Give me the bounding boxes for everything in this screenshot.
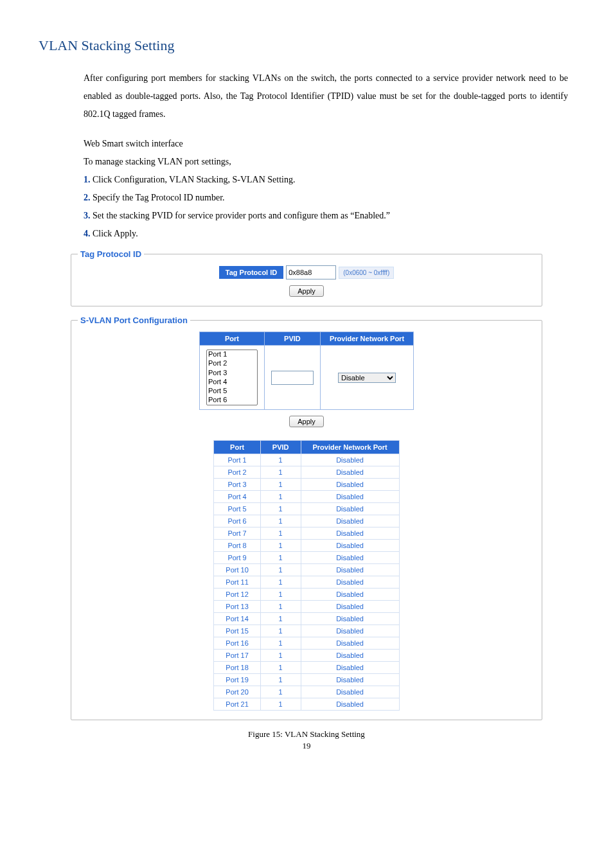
step-line: 3. Set the stacking PVID for service pro… bbox=[84, 207, 574, 225]
port-listbox[interactable]: Port 1Port 2Port 3Port 4Port 5Port 6 bbox=[206, 350, 258, 405]
port-option[interactable]: Port 2 bbox=[207, 359, 257, 368]
status-cell-pvid: 1 bbox=[260, 686, 301, 698]
status-cell-pvid: 1 bbox=[260, 698, 301, 711]
status-cell-pvid: 1 bbox=[260, 576, 301, 589]
status-cell-pnp: Disabled bbox=[301, 552, 399, 564]
step-text: Specify the Tag Protocol ID number. bbox=[91, 193, 225, 202]
status-cell-pnp: Disabled bbox=[301, 576, 399, 589]
status-cell-pnp: Disabled bbox=[301, 564, 399, 576]
status-cell-pnp: Disabled bbox=[301, 503, 399, 515]
figure-caption: Figure 15: VLAN Stacking Setting bbox=[39, 729, 574, 740]
table-row: Port 91Disabled bbox=[214, 552, 399, 564]
status-cell-pvid: 1 bbox=[260, 491, 301, 503]
status-header-pnp: Provider Network Port bbox=[301, 441, 399, 454]
status-cell-pnp: Disabled bbox=[301, 662, 399, 674]
status-cell-port: Port 9 bbox=[214, 552, 260, 564]
intro-line-3: To manage stacking VLAN port settings, bbox=[84, 153, 574, 171]
svlan-port-config-legend: S-VLAN Port Configuration bbox=[78, 315, 190, 325]
port-option[interactable]: Port 3 bbox=[207, 369, 257, 378]
step-text: Click Configuration, VLAN Stacking, S-VL… bbox=[91, 175, 296, 184]
tag-protocol-id-fieldset: Tag Protocol ID Tag Protocol ID (0x0600 … bbox=[71, 249, 542, 306]
status-cell-pnp: Disabled bbox=[301, 491, 399, 503]
tag-protocol-id-hint: (0x0600 ~ 0xffff) bbox=[339, 267, 394, 279]
table-row: Port 21Disabled bbox=[214, 466, 399, 479]
status-cell-port: Port 20 bbox=[214, 686, 260, 698]
status-cell-pvid: 1 bbox=[260, 540, 301, 552]
status-cell-pnp: Disabled bbox=[301, 698, 399, 711]
tag-protocol-id-label: Tag Protocol ID bbox=[219, 266, 283, 279]
port-option[interactable]: Port 5 bbox=[207, 387, 257, 396]
table-row: Port 131Disabled bbox=[214, 601, 399, 613]
table-row: Port 181Disabled bbox=[214, 662, 399, 674]
svlan-config-table: Port PVID Provider Network Port Port 1Po… bbox=[199, 332, 414, 410]
apply-button-tpid[interactable]: Apply bbox=[289, 285, 324, 297]
status-cell-pnp: Disabled bbox=[301, 686, 399, 698]
provider-network-port-select[interactable]: Disable bbox=[338, 373, 396, 383]
port-option[interactable]: Port 4 bbox=[207, 378, 257, 387]
table-row: Port 121Disabled bbox=[214, 589, 399, 601]
step-number: 1. bbox=[84, 175, 91, 184]
status-cell-pnp: Disabled bbox=[301, 637, 399, 650]
status-cell-pvid: 1 bbox=[260, 564, 301, 576]
tag-protocol-id-input[interactable] bbox=[286, 265, 336, 279]
table-row: Port 41Disabled bbox=[214, 491, 399, 503]
status-cell-port: Port 16 bbox=[214, 637, 260, 650]
pvid-input[interactable] bbox=[271, 371, 314, 385]
status-cell-pnp: Disabled bbox=[301, 650, 399, 662]
status-cell-pnp: Disabled bbox=[301, 589, 399, 601]
port-option[interactable]: Port 6 bbox=[207, 396, 257, 405]
status-cell-pvid: 1 bbox=[260, 552, 301, 564]
step-line: 2. Specify the Tag Protocol ID number. bbox=[84, 189, 574, 207]
status-cell-port: Port 1 bbox=[214, 454, 260, 466]
status-cell-pvid: 1 bbox=[260, 527, 301, 540]
status-cell-pvid: 1 bbox=[260, 625, 301, 637]
step-number: 4. bbox=[84, 229, 91, 238]
step-number: 3. bbox=[84, 211, 91, 220]
tag-protocol-id-legend: Tag Protocol ID bbox=[78, 249, 144, 259]
apply-button-cfg[interactable]: Apply bbox=[289, 416, 324, 427]
status-cell-port: Port 18 bbox=[214, 662, 260, 674]
status-cell-port: Port 7 bbox=[214, 527, 260, 540]
status-cell-port: Port 12 bbox=[214, 589, 260, 601]
step-line: 1. Click Configuration, VLAN Stacking, S… bbox=[84, 171, 574, 189]
table-row: Port 151Disabled bbox=[214, 625, 399, 637]
step-line: 4. Click Apply. bbox=[84, 225, 574, 243]
table-row: Port 11Disabled bbox=[214, 454, 399, 466]
status-cell-pnp: Disabled bbox=[301, 540, 399, 552]
status-cell-pvid: 1 bbox=[260, 466, 301, 479]
status-cell-port: Port 11 bbox=[214, 576, 260, 589]
table-row: Port 201Disabled bbox=[214, 686, 399, 698]
status-cell-pvid: 1 bbox=[260, 637, 301, 650]
status-cell-port: Port 17 bbox=[214, 650, 260, 662]
status-cell-port: Port 5 bbox=[214, 503, 260, 515]
status-cell-port: Port 10 bbox=[214, 564, 260, 576]
status-cell-pnp: Disabled bbox=[301, 527, 399, 540]
status-cell-port: Port 13 bbox=[214, 601, 260, 613]
cfg-header-pvid: PVID bbox=[264, 332, 320, 346]
status-cell-pvid: 1 bbox=[260, 674, 301, 686]
svlan-status-table: Port PVID Provider Network Port Port 11D… bbox=[213, 440, 399, 711]
status-cell-port: Port 14 bbox=[214, 613, 260, 625]
status-cell-pnp: Disabled bbox=[301, 479, 399, 491]
status-cell-pnp: Disabled bbox=[301, 625, 399, 637]
table-row: Port 81Disabled bbox=[214, 540, 399, 552]
port-option[interactable]: Port 1 bbox=[207, 350, 257, 359]
step-number: 2. bbox=[84, 193, 91, 202]
status-cell-pvid: 1 bbox=[260, 662, 301, 674]
status-cell-port: Port 3 bbox=[214, 479, 260, 491]
table-row: Port 51Disabled bbox=[214, 503, 399, 515]
status-cell-pvid: 1 bbox=[260, 601, 301, 613]
status-cell-pvid: 1 bbox=[260, 454, 301, 466]
status-cell-pvid: 1 bbox=[260, 479, 301, 491]
svlan-port-config-fieldset: S-VLAN Port Configuration Port PVID Prov… bbox=[71, 315, 542, 720]
status-cell-port: Port 6 bbox=[214, 515, 260, 527]
status-cell-pnp: Disabled bbox=[301, 466, 399, 479]
status-cell-port: Port 8 bbox=[214, 540, 260, 552]
status-cell-port: Port 15 bbox=[214, 625, 260, 637]
table-row: Port 101Disabled bbox=[214, 564, 399, 576]
status-cell-pnp: Disabled bbox=[301, 515, 399, 527]
status-cell-port: Port 19 bbox=[214, 674, 260, 686]
table-row: Port 211Disabled bbox=[214, 698, 399, 711]
status-cell-pnp: Disabled bbox=[301, 613, 399, 625]
status-cell-port: Port 2 bbox=[214, 466, 260, 479]
